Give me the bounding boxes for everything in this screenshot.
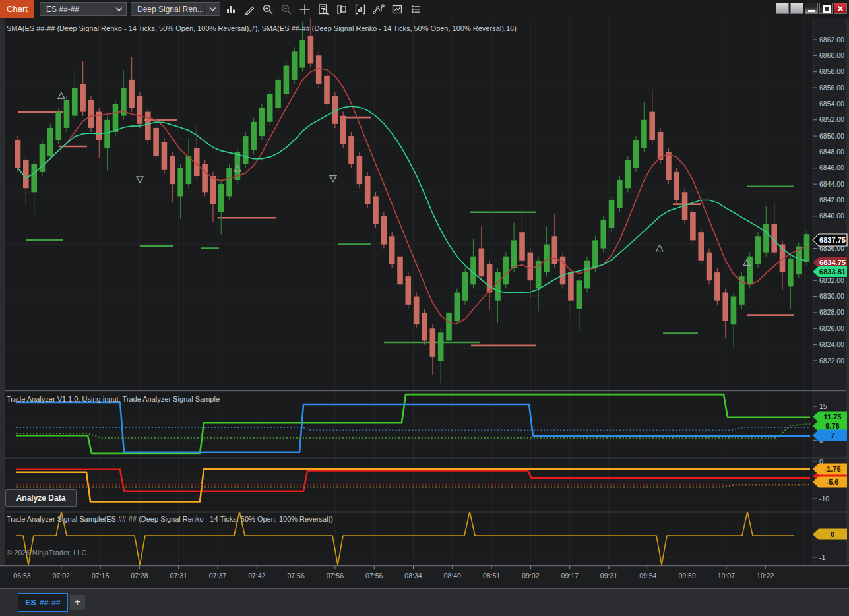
price-panel-label: SMA(ES ##-## (Deep Signal Renko - 14 Tic… — [7, 24, 517, 32]
svg-text:07:31: 07:31 — [170, 572, 187, 580]
properties-icon[interactable] — [408, 2, 423, 16]
maximize-button[interactable] — [819, 3, 833, 14]
svg-text:6837.75: 6837.75 — [819, 236, 846, 244]
svg-text:6826.00: 6826.00 — [819, 324, 844, 332]
tab-instrument-suffix: ##-## — [40, 598, 61, 607]
data-box-icon[interactable] — [315, 2, 330, 16]
analyze-data-button[interactable]: Analyze Data — [5, 489, 77, 507]
blank-1-button[interactable] — [776, 3, 789, 14]
svg-text:9.76: 9.76 — [825, 422, 839, 430]
svg-text:07:42: 07:42 — [248, 572, 265, 580]
svg-text:07:56: 07:56 — [365, 572, 383, 580]
svg-text:11.75: 11.75 — [824, 413, 842, 421]
svg-text:-1: -1 — [819, 553, 825, 561]
svg-text:07:02: 07:02 — [53, 572, 70, 580]
series-value: Deep Signal Ren... — [131, 5, 204, 14]
svg-text:09:59: 09:59 — [678, 572, 695, 580]
svg-text:10:07: 10:07 — [718, 572, 735, 580]
svg-text:6833.81: 6833.81 — [819, 268, 846, 276]
svg-text:6822.00: 6822.00 — [819, 357, 844, 365]
tab-instrument[interactable]: ES ##-## — [18, 593, 68, 612]
svg-text:08:34: 08:34 — [404, 572, 422, 580]
zoom-out-icon[interactable] — [278, 2, 294, 16]
svg-text:07:56: 07:56 — [327, 572, 344, 580]
svg-text:06:53: 06:53 — [13, 572, 30, 580]
chevron-down-icon — [204, 3, 220, 15]
snapshot-icon[interactable] — [389, 2, 404, 16]
svg-text:08:51: 08:51 — [483, 572, 500, 580]
tab-strip: ES ##-## + — [0, 588, 849, 616]
close-button[interactable] — [834, 3, 847, 14]
svg-text:6840.00: 6840.00 — [819, 212, 844, 220]
svg-text:6846.00: 6846.00 — [819, 164, 844, 171]
window-controls — [776, 3, 847, 14]
svg-text:6860.00: 6860.00 — [819, 51, 844, 59]
copyright-text: © 2026 NinjaTrader, LLC — [7, 549, 86, 557]
svg-text:09:17: 09:17 — [561, 572, 579, 580]
svg-text:6828.00: 6828.00 — [819, 308, 844, 316]
instrument-selector[interactable]: ES ##-## — [40, 2, 127, 16]
chart-canvas[interactable]: 6862.006860.006858.006856.006854.006852.… — [0, 0, 849, 616]
svg-text:07:28: 07:28 — [131, 572, 148, 580]
svg-text:07:56: 07:56 — [287, 572, 304, 580]
svg-text:07:15: 07:15 — [92, 572, 109, 580]
svg-text:6832.00: 6832.00 — [819, 276, 844, 284]
svg-text:6842.00: 6842.00 — [819, 196, 844, 204]
window-tab-chart[interactable]: Chart — [0, 0, 34, 18]
tab-instrument-prefix: ES — [25, 598, 36, 607]
svg-text:6848.00: 6848.00 — [819, 148, 844, 156]
chart-panel-icon[interactable] — [334, 2, 349, 16]
svg-text:07:37: 07:37 — [209, 572, 226, 580]
svg-text:08:40: 08:40 — [444, 572, 461, 580]
svg-text:-1.75: -1.75 — [824, 465, 840, 473]
blank-2-button[interactable] — [790, 3, 803, 14]
chevron-down-icon — [111, 3, 126, 15]
svg-text:-10: -10 — [819, 495, 829, 503]
crosshair-icon[interactable] — [297, 2, 312, 16]
zoom-in-icon[interactable] — [260, 2, 275, 16]
svg-text:09:54: 09:54 — [639, 572, 656, 580]
svg-text:6858.00: 6858.00 — [819, 67, 844, 75]
minimize-button[interactable] — [805, 3, 818, 14]
instrument-value: ES ##-## — [40, 5, 111, 14]
indicators-icon[interactable] — [352, 2, 367, 16]
svg-text:6850.00: 6850.00 — [819, 132, 844, 140]
svg-text:6856.00: 6856.00 — [819, 84, 844, 92]
svg-text:6830.00: 6830.00 — [819, 292, 844, 300]
svg-text:09:02: 09:02 — [522, 572, 539, 580]
chart-window: 6862.006860.006858.006856.006854.006852.… — [0, 0, 849, 616]
series-selector[interactable]: Deep Signal Ren... — [131, 2, 220, 16]
toolbar — [223, 2, 423, 16]
chart-style-icon[interactable] — [223, 2, 238, 16]
svg-text:-5.6: -5.6 — [827, 478, 839, 486]
draw-line-icon[interactable] — [371, 2, 386, 16]
svg-text:6834.75: 6834.75 — [819, 259, 846, 266]
svg-text:6824.00: 6824.00 — [819, 340, 844, 348]
svg-text:10:22: 10:22 — [757, 572, 774, 580]
svg-text:0: 0 — [831, 530, 834, 538]
drawing-tools-icon[interactable] — [241, 2, 257, 16]
svg-text:6844.00: 6844.00 — [819, 180, 844, 188]
analyzer-panel-label: Trade Analyzer V1.1.0, Using input: Trad… — [7, 395, 220, 403]
svg-text:09:31: 09:31 — [600, 572, 617, 580]
signal-panel-label: Trade Analyzer Signal Sample(ES ##-## (D… — [7, 515, 333, 523]
svg-text:6862.00: 6862.00 — [819, 36, 844, 44]
svg-text:7: 7 — [831, 431, 834, 439]
svg-text:6854.00: 6854.00 — [819, 100, 844, 108]
titlebar: Chart ES ##-## Deep Signal Ren... — [0, 0, 849, 18]
svg-text:6852.00: 6852.00 — [819, 115, 844, 123]
svg-text:15: 15 — [819, 402, 827, 410]
add-tab-button[interactable]: + — [70, 595, 85, 610]
